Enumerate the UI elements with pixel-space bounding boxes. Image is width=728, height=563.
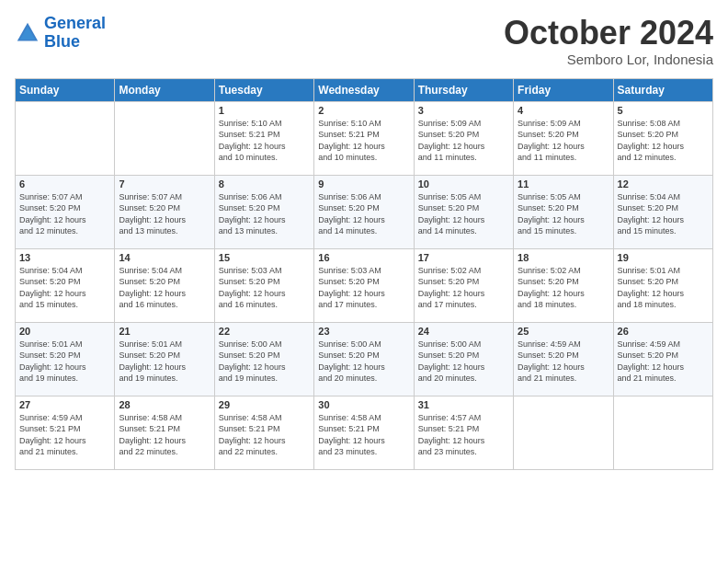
calendar-cell: 15Sunrise: 5:03 AM Sunset: 5:20 PM Dayli… (214, 248, 313, 322)
calendar-cell: 3Sunrise: 5:09 AM Sunset: 5:20 PM Daylig… (414, 101, 513, 175)
day-info: Sunrise: 5:00 AM Sunset: 5:20 PM Dayligh… (318, 339, 409, 385)
calendar-cell (514, 396, 613, 469)
day-number: 4 (518, 105, 609, 116)
day-info: Sunrise: 4:59 AM Sunset: 5:20 PM Dayligh… (518, 339, 609, 385)
calendar-cell: 12Sunrise: 5:04 AM Sunset: 5:20 PM Dayli… (613, 175, 712, 248)
calendar-cell: 11Sunrise: 5:05 AM Sunset: 5:20 PM Dayli… (514, 175, 613, 248)
calendar-cell: 2Sunrise: 5:10 AM Sunset: 5:21 PM Daylig… (314, 101, 414, 175)
logo-icon (15, 20, 40, 46)
calendar-cell: 10Sunrise: 5:05 AM Sunset: 5:20 PM Dayli… (414, 175, 513, 248)
day-info: Sunrise: 4:57 AM Sunset: 5:21 PM Dayligh… (418, 412, 509, 458)
day-number: 6 (19, 178, 110, 190)
calendar-cell: 22Sunrise: 5:00 AM Sunset: 5:20 PM Dayli… (214, 322, 313, 396)
calendar-cell: 16Sunrise: 5:03 AM Sunset: 5:20 PM Dayli… (314, 248, 414, 322)
day-number: 29 (219, 399, 310, 410)
day-info: Sunrise: 5:09 AM Sunset: 5:20 PM Dayligh… (418, 118, 509, 164)
day-number: 8 (219, 178, 310, 190)
day-info: Sunrise: 5:06 AM Sunset: 5:20 PM Dayligh… (219, 191, 310, 237)
week-row-2: 6Sunrise: 5:07 AM Sunset: 5:20 PM Daylig… (16, 175, 713, 248)
calendar-cell: 31Sunrise: 4:57 AM Sunset: 5:21 PM Dayli… (414, 396, 513, 469)
calendar-cell: 6Sunrise: 5:07 AM Sunset: 5:20 PM Daylig… (16, 175, 115, 248)
day-number: 27 (19, 399, 110, 410)
day-number: 12 (618, 178, 709, 190)
calendar-cell: 26Sunrise: 4:59 AM Sunset: 5:20 PM Dayli… (613, 322, 712, 396)
calendar-cell: 17Sunrise: 5:02 AM Sunset: 5:20 PM Dayli… (414, 248, 513, 322)
logo-text: General Blue (44, 15, 106, 52)
day-number: 5 (618, 105, 709, 116)
calendar-cell: 4Sunrise: 5:09 AM Sunset: 5:20 PM Daylig… (514, 101, 613, 175)
day-number: 18 (518, 252, 609, 263)
day-info: Sunrise: 5:06 AM Sunset: 5:20 PM Dayligh… (318, 191, 409, 237)
calendar-cell: 9Sunrise: 5:06 AM Sunset: 5:20 PM Daylig… (314, 175, 414, 248)
calendar-cell: 28Sunrise: 4:58 AM Sunset: 5:21 PM Dayli… (115, 396, 214, 469)
day-info: Sunrise: 5:10 AM Sunset: 5:21 PM Dayligh… (219, 118, 310, 164)
day-number: 24 (418, 326, 509, 337)
day-info: Sunrise: 5:03 AM Sunset: 5:20 PM Dayligh… (318, 265, 409, 311)
day-info: Sunrise: 5:07 AM Sunset: 5:20 PM Dayligh… (119, 191, 210, 237)
day-number: 13 (19, 252, 110, 263)
day-info: Sunrise: 5:03 AM Sunset: 5:20 PM Dayligh… (219, 265, 310, 311)
day-number: 1 (219, 105, 310, 116)
day-number: 10 (418, 178, 509, 190)
calendar-cell: 7Sunrise: 5:07 AM Sunset: 5:20 PM Daylig… (115, 175, 214, 248)
title-block: October 2024 Semboro Lor, Indonesia (504, 15, 713, 67)
calendar-cell: 27Sunrise: 4:59 AM Sunset: 5:21 PM Dayli… (16, 396, 115, 469)
day-number: 31 (418, 399, 509, 410)
header-row: SundayMondayTuesdayWednesdayThursdayFrid… (16, 78, 713, 101)
calendar-cell: 20Sunrise: 5:01 AM Sunset: 5:20 PM Dayli… (16, 322, 115, 396)
calendar-cell: 14Sunrise: 5:04 AM Sunset: 5:20 PM Dayli… (115, 248, 214, 322)
calendar-cell (16, 101, 115, 175)
day-number: 22 (219, 326, 310, 337)
day-info: Sunrise: 5:01 AM Sunset: 5:20 PM Dayligh… (119, 339, 210, 385)
day-number: 20 (19, 326, 110, 337)
calendar-cell: 19Sunrise: 5:01 AM Sunset: 5:20 PM Dayli… (613, 248, 712, 322)
day-info: Sunrise: 4:58 AM Sunset: 5:21 PM Dayligh… (119, 412, 210, 458)
week-row-5: 27Sunrise: 4:59 AM Sunset: 5:21 PM Dayli… (16, 396, 713, 469)
day-info: Sunrise: 5:01 AM Sunset: 5:20 PM Dayligh… (618, 265, 709, 311)
day-number: 28 (119, 399, 210, 410)
day-info: Sunrise: 5:04 AM Sunset: 5:20 PM Dayligh… (119, 265, 210, 311)
day-info: Sunrise: 5:02 AM Sunset: 5:20 PM Dayligh… (418, 265, 509, 311)
weekday-header-thursday: Thursday (414, 78, 513, 101)
weekday-header-wednesday: Wednesday (314, 78, 414, 101)
day-number: 19 (618, 252, 709, 263)
calendar-cell: 21Sunrise: 5:01 AM Sunset: 5:20 PM Dayli… (115, 322, 214, 396)
day-info: Sunrise: 5:10 AM Sunset: 5:21 PM Dayligh… (318, 118, 409, 164)
day-info: Sunrise: 5:08 AM Sunset: 5:20 PM Dayligh… (618, 118, 709, 164)
calendar-cell: 24Sunrise: 5:00 AM Sunset: 5:20 PM Dayli… (414, 322, 513, 396)
calendar-cell (115, 101, 214, 175)
day-info: Sunrise: 4:58 AM Sunset: 5:21 PM Dayligh… (219, 412, 310, 458)
calendar-cell: 25Sunrise: 4:59 AM Sunset: 5:20 PM Dayli… (514, 322, 613, 396)
month-title: October 2024 (504, 15, 713, 52)
calendar-cell: 8Sunrise: 5:06 AM Sunset: 5:20 PM Daylig… (214, 175, 313, 248)
weekday-header-tuesday: Tuesday (214, 78, 313, 101)
day-info: Sunrise: 4:59 AM Sunset: 5:20 PM Dayligh… (618, 339, 709, 385)
day-info: Sunrise: 5:00 AM Sunset: 5:20 PM Dayligh… (219, 339, 310, 385)
calendar-table: SundayMondayTuesdayWednesdayThursdayFrid… (15, 78, 713, 470)
day-info: Sunrise: 5:04 AM Sunset: 5:20 PM Dayligh… (618, 191, 709, 237)
calendar-cell: 5Sunrise: 5:08 AM Sunset: 5:20 PM Daylig… (613, 101, 712, 175)
day-number: 11 (518, 178, 609, 190)
day-number: 7 (119, 178, 210, 190)
day-number: 25 (518, 326, 609, 337)
week-row-4: 20Sunrise: 5:01 AM Sunset: 5:20 PM Dayli… (16, 322, 713, 396)
logo-blue: Blue (44, 32, 80, 51)
day-info: Sunrise: 5:07 AM Sunset: 5:20 PM Dayligh… (19, 191, 110, 237)
day-number: 23 (318, 326, 409, 337)
day-info: Sunrise: 5:05 AM Sunset: 5:20 PM Dayligh… (418, 191, 509, 237)
calendar-cell: 18Sunrise: 5:02 AM Sunset: 5:20 PM Dayli… (514, 248, 613, 322)
week-row-1: 1Sunrise: 5:10 AM Sunset: 5:21 PM Daylig… (16, 101, 713, 175)
day-info: Sunrise: 5:04 AM Sunset: 5:20 PM Dayligh… (19, 265, 110, 311)
calendar-cell (613, 396, 712, 469)
day-info: Sunrise: 4:58 AM Sunset: 5:21 PM Dayligh… (318, 412, 409, 458)
day-number: 17 (418, 252, 509, 263)
calendar-cell: 1Sunrise: 5:10 AM Sunset: 5:21 PM Daylig… (214, 101, 313, 175)
day-number: 30 (318, 399, 409, 410)
day-info: Sunrise: 5:05 AM Sunset: 5:20 PM Dayligh… (518, 191, 609, 237)
day-info: Sunrise: 4:59 AM Sunset: 5:21 PM Dayligh… (19, 412, 110, 458)
week-row-3: 13Sunrise: 5:04 AM Sunset: 5:20 PM Dayli… (16, 248, 713, 322)
day-number: 14 (119, 252, 210, 263)
day-info: Sunrise: 5:09 AM Sunset: 5:20 PM Dayligh… (518, 118, 609, 164)
day-number: 3 (418, 105, 509, 116)
weekday-header-saturday: Saturday (613, 78, 712, 101)
